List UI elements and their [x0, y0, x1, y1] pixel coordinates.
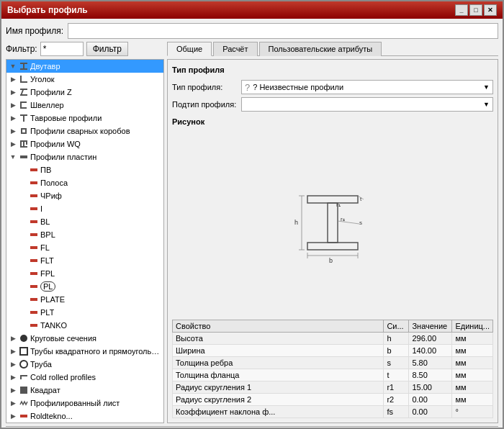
tree-item-tanko[interactable]: ▶ TANKO: [6, 319, 163, 332]
tree-item-truby-sq[interactable]: ▶ Трубы квадратного и прямоугольного с..…: [6, 345, 163, 358]
close-button[interactable]: ✕: [484, 4, 497, 16]
tree-label-plastiny: Профили пластин: [30, 153, 96, 161]
tab-custom[interactable]: Пользовательские атрибуты: [259, 42, 382, 56]
expander-truby-sq[interactable]: ▶: [8, 346, 18, 356]
tree-item-i[interactable]: ▶ I: [6, 202, 163, 215]
svg-point-38: [20, 361, 27, 368]
tree-item-tavrovye[interactable]: ▶ Тавровые профили: [6, 112, 163, 125]
tree-label-polosa: Полоса: [40, 179, 68, 187]
svg-rect-12: [23, 116, 24, 122]
tree-label-dvutavr: Двутавр: [30, 62, 60, 71]
tree-item-bpl[interactable]: ▶ BPL: [6, 228, 163, 241]
tree-item-truba[interactable]: ▶ Труба: [6, 358, 163, 371]
type-dropdown-icon[interactable]: ▼: [483, 83, 490, 91]
svg-text:t: t: [360, 196, 362, 202]
profile-tree[interactable]: ▼ Двутавр ▶ Уголок: [6, 59, 164, 423]
expander-tavrovye[interactable]: ▶: [8, 113, 18, 123]
svg-rect-5: [20, 89, 27, 90]
property-cell: Высота: [173, 333, 384, 345]
tree-item-svarnye[interactable]: ▶ Профили сварных коробов: [6, 125, 163, 137]
main-window: Выбрать профиль _ □ ✕ Имя профиля: Фильт…: [0, 0, 504, 429]
expander-plastiny[interactable]: ▼: [8, 152, 18, 162]
expander-roldtekno[interactable]: ▶: [8, 411, 18, 421]
chrif-icon: [29, 191, 39, 201]
tree-label-krugovye: Круговые сечения: [30, 334, 96, 343]
shveller-icon: [19, 100, 29, 110]
tree-item-chrif[interactable]: ▶ ЧРиф: [6, 189, 163, 202]
drawing-title: Рисунок: [172, 117, 493, 126]
svg-rect-32: [30, 285, 37, 288]
symbol-cell: r2: [384, 394, 409, 406]
filter-input[interactable]: [40, 42, 84, 56]
cold-rolled-icon: [19, 372, 29, 382]
tree-item-wq[interactable]: ▶ Профили WQ: [6, 137, 163, 150]
symbol-cell: r1: [384, 381, 409, 394]
tree-item-flt[interactable]: ▶ FLT: [6, 254, 163, 267]
subtype-value-field[interactable]: ▼: [241, 97, 493, 112]
filter-label: Фильтр:: [6, 44, 37, 54]
unit-cell: мм: [452, 394, 493, 406]
value-cell: 8.50: [409, 369, 452, 381]
tree-item-fl[interactable]: ▶ FL: [6, 241, 163, 254]
tab-calc[interactable]: Расчёт: [213, 42, 257, 56]
tree-item-polosa[interactable]: ▶ Полоса: [6, 176, 163, 189]
expander-cold-rolled[interactable]: ▶: [8, 372, 18, 382]
expander-ugolok[interactable]: ▶: [8, 74, 18, 84]
profile-name-input[interactable]: [68, 23, 498, 39]
tree-item-ugolok[interactable]: ▶ Уголок: [6, 73, 163, 86]
expander-z[interactable]: ▶: [8, 87, 18, 97]
tree-item-plastiny[interactable]: ▼ Профили пластин: [6, 150, 163, 163]
tab-content-general: Тип профиля Тип профиля: ? ? Неизвестные…: [167, 59, 498, 423]
subtype-row: Подтип профиля: ▼: [172, 97, 493, 112]
expander-dvutavr[interactable]: ▼: [8, 61, 18, 71]
expander-shveller[interactable]: ▶: [8, 100, 18, 110]
tree-item-fpl[interactable]: ▶ FPL: [6, 267, 163, 280]
tree-item-kvadrat[interactable]: ▶ Квадрат: [6, 384, 163, 397]
expander-wq[interactable]: ▶: [8, 139, 18, 149]
tree-item-krugovye[interactable]: ▶ Круговые сечения: [6, 332, 163, 345]
value-cell: 140.00: [409, 345, 452, 357]
tree-item-shveller[interactable]: ▶ Швеллер: [6, 99, 163, 112]
minimize-button[interactable]: _: [455, 4, 468, 16]
tab-general[interactable]: Общие: [167, 42, 212, 56]
tree-item-plt[interactable]: ▶ PLT: [6, 306, 163, 319]
tree-item-bl[interactable]: ▶ BL: [6, 215, 163, 228]
filter-button[interactable]: Фильтр: [86, 42, 128, 56]
svg-rect-0: [20, 63, 27, 64]
property-cell: Толщина ребра: [173, 357, 384, 369]
tree-label-tavrovye: Тавровые профили: [30, 114, 102, 122]
subtype-dropdown-icon[interactable]: ▼: [483, 101, 490, 108]
svg-rect-41: [20, 387, 27, 394]
ugolok-icon: [19, 74, 29, 84]
type-value-field[interactable]: ? ? Неизвестные профили ▼: [241, 80, 493, 94]
tree-item-proflist[interactable]: ▶ Профилированный лист: [6, 397, 163, 410]
tree-item-pb[interactable]: ▶ ПВ: [6, 163, 163, 176]
tree-item-plate[interactable]: ▶ PLATE: [6, 293, 163, 306]
expander-proflist[interactable]: ▶: [8, 398, 18, 408]
krugovye-icon: [19, 333, 29, 343]
z-profile-icon: [19, 87, 29, 97]
tree-item-pl[interactable]: ▶ PL: [6, 280, 163, 293]
tree-item-profili-z[interactable]: ▶ Профили Z: [6, 86, 163, 99]
tree-item-cold-rolled[interactable]: ▶ Cold rolled profiles: [6, 371, 163, 384]
tree-item-dvutavr[interactable]: ▼ Двутавр: [6, 60, 163, 73]
i-icon: [29, 204, 39, 214]
expander-kvadrat[interactable]: ▶: [8, 385, 18, 395]
expander-krugovye[interactable]: ▶: [8, 333, 18, 343]
svg-text:s: s: [359, 220, 362, 226]
svg-rect-29: [30, 246, 37, 249]
svg-rect-45: [307, 243, 358, 250]
maximize-button[interactable]: □: [469, 4, 482, 16]
svg-rect-35: [30, 324, 37, 327]
tree-label-kvadrat: Квадрат: [30, 386, 60, 394]
right-panel: Общие Расчёт Пользовательские атрибуты Т…: [167, 42, 498, 423]
expander-svarnye[interactable]: ▶: [8, 126, 18, 136]
value-cell: 0.00: [409, 406, 452, 418]
tanko-icon: [29, 320, 39, 330]
svg-text:h: h: [294, 219, 298, 226]
expander-truba[interactable]: ▶: [8, 359, 18, 369]
tree-item-roldtekno[interactable]: ▶ Roldtekno...: [6, 410, 163, 423]
plate-icon: [29, 294, 39, 304]
property-cell: Радиус скругления 2: [173, 394, 384, 406]
svg-rect-43: [307, 196, 358, 203]
